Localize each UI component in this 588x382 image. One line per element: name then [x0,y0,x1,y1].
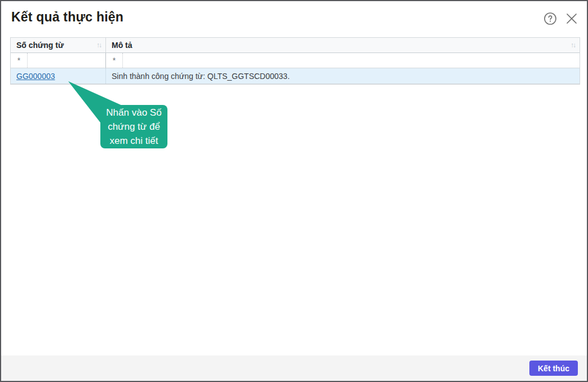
cell-so-chung-tu: GG000003 [11,68,106,84]
result-dialog: Kết quả thực hiện Số chứng từ [0,0,588,382]
page-title: Kết quả thực hiện [11,10,123,25]
sort-icon[interactable]: ↑↓ [571,41,575,49]
close-icon [565,12,578,27]
filter-cell-so-chung-tu: * [11,53,106,68]
sort-icon[interactable]: ↑↓ [96,41,101,49]
filter-operator-button[interactable]: * [106,53,122,68]
column-label: Mô tả [112,41,132,50]
cell-mo-ta: Sinh thành công chứng từ: QLTS_GGTSCD000… [106,68,580,84]
help-icon [543,12,557,27]
filter-cell-mo-ta: * [106,53,580,68]
help-button[interactable] [542,11,558,27]
finish-button[interactable]: Kết thúc [529,361,578,376]
filter-input-mo-ta[interactable] [123,53,580,68]
dialog-footer: Kết thúc [1,355,587,381]
close-button[interactable] [564,11,580,27]
table-filter-row: * * [11,53,580,68]
column-header-so-chung-tu[interactable]: Số chứng từ ↑↓ [11,38,106,52]
table-row[interactable]: GG000003 Sinh thành công chứng từ: QLTS_… [11,68,580,84]
results-table: Số chứng từ ↑↓ Mô tả ↑↓ * * [10,37,580,85]
table-header-row: Số chứng từ ↑↓ Mô tả ↑↓ [11,38,580,53]
instruction-callout: Nhấn vào Số chứng từ để xem chi tiết [100,105,167,148]
document-number-link[interactable]: GG000003 [16,72,55,81]
filter-operator-button[interactable]: * [11,53,27,68]
column-label: Số chứng từ [16,41,64,50]
column-header-mo-ta[interactable]: Mô tả ↑↓ [106,38,580,52]
dialog-header-icons [542,11,580,27]
filter-input-so-chung-tu[interactable] [28,53,105,68]
